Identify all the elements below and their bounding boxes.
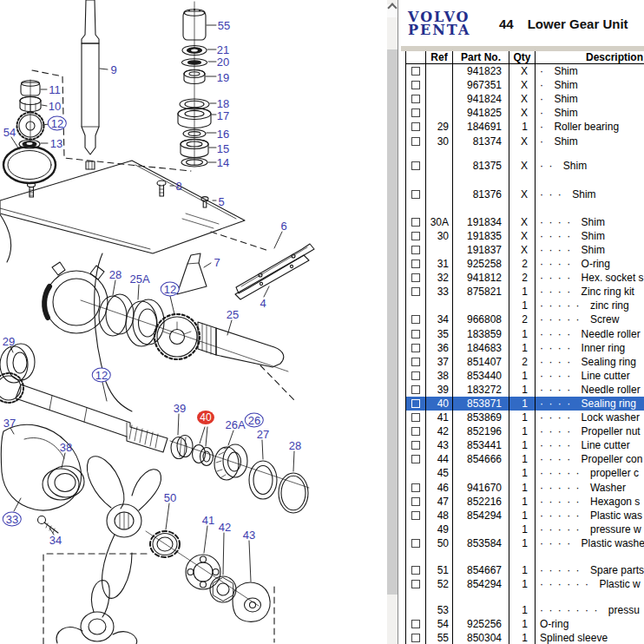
callout-19[interactable]: 19 [217,71,229,84]
table-row-selected[interactable]: 408538711····Sealing ring [406,397,644,411]
row-checkbox[interactable] [411,287,420,296]
callout-41[interactable]: 41 [202,514,214,527]
callout-55[interactable]: 55 [218,19,230,32]
callout-28[interactable]: 28 [109,268,122,281]
row-checkbox[interactable] [411,511,420,520]
row-checkbox[interactable] [411,455,420,463]
row-checkbox[interactable] [411,413,420,422]
callout-25[interactable]: 25 [227,308,239,321]
vertical-scrollbar[interactable] [387,0,398,644]
callout-43[interactable]: 43 [243,529,255,542]
table-row[interactable]: 469416701·····Washer [406,481,644,495]
callout-14[interactable]: 14 [217,156,229,169]
callout-33[interactable]: 33 [3,512,22,527]
table-row[interactable]: 941823X·Shim [406,64,644,78]
table-row[interactable]: 391832721····Needle roller [406,383,644,397]
row-checkbox[interactable] [411,273,420,282]
callout-38[interactable]: 38 [60,441,72,454]
callout-10[interactable]: 10 [49,100,61,113]
callout-28[interactable]: 28 [289,439,301,452]
table-row[interactable]: 508535841····Plastic washe [406,536,644,550]
table-row[interactable]: 518546671·····Spare parts [406,563,644,577]
table-row[interactable]: 478522161·····Hexagon s [406,495,644,509]
table-row[interactable]: 438534411····Line cutter [406,438,644,452]
table-row[interactable]: 549252561O-ring [406,617,644,631]
table-row[interactable]: 491·····pressure w [406,522,644,536]
table-row[interactable]: 81376X···Shim [406,187,644,201]
row-checkbox[interactable] [411,67,420,76]
callout-21[interactable]: 21 [217,43,229,56]
table-row[interactable]: 349668082·····Screw [406,312,644,326]
table-row[interactable]: 81375X··Shim [406,159,644,173]
table-row[interactable]: 388534401····Line cutter [406,369,644,383]
callout-12[interactable]: 12 [161,282,180,297]
table-row[interactable]: 191837X····Shim [406,243,644,257]
callout-7[interactable]: 7 [214,256,220,269]
callout-50[interactable]: 50 [164,491,176,504]
scrollbar-thumb[interactable] [387,49,398,595]
table-row[interactable]: 351838591····Needle roller [406,327,644,341]
row-checkbox[interactable] [411,190,420,199]
callout-20[interactable]: 20 [217,56,229,69]
callout-42[interactable]: 42 [219,521,231,534]
row-checkbox[interactable] [411,344,420,352]
callout-26[interactable]: 26 [245,413,264,428]
callout-12[interactable]: 12 [48,116,67,131]
row-checkbox[interactable] [411,371,420,380]
callout-26A[interactable]: 26A [225,418,245,431]
callout-39[interactable]: 39 [174,402,186,415]
callout-16[interactable]: 16 [217,128,229,141]
row-checkbox[interactable] [411,218,420,227]
callout-8[interactable]: 8 [175,180,181,193]
row-checkbox[interactable] [411,246,420,254]
row-checkbox[interactable] [411,330,420,338]
table-row[interactable]: 338758211····Zinc ring kit [406,285,644,299]
callout-29[interactable]: 29 [3,335,15,348]
table-row[interactable]: 941824X·Shim [406,92,644,106]
row-checkbox[interactable] [411,260,420,268]
table-row[interactable]: 319252582····O-ring [406,257,644,271]
callout-6[interactable]: 6 [280,220,286,233]
table-row[interactable]: 30191835X····Shim [406,229,644,243]
table-row[interactable]: 291846911·Roller bearing [406,120,644,134]
scroll-up-button[interactable] [387,4,398,17]
row-checkbox[interactable] [411,620,420,628]
callout-18[interactable]: 18 [217,97,229,110]
row-checkbox[interactable] [411,566,420,575]
row-checkbox[interactable] [411,427,420,436]
row-checkbox[interactable] [411,232,420,240]
callout-27[interactable]: 27 [257,428,269,441]
table-row[interactable]: 558503041Splined sleeve [406,631,644,644]
row-checkbox[interactable] [411,137,420,146]
table-row[interactable]: 361846831····Inner ring [406,341,644,355]
row-checkbox[interactable] [411,539,420,548]
callout-13[interactable]: 13 [50,137,62,150]
table-row[interactable]: 418538691····Lock washer [406,411,644,424]
callout-54[interactable]: 54 [3,126,16,139]
row-checkbox[interactable] [411,634,420,642]
row-checkbox[interactable] [411,122,420,131]
table-row[interactable]: 528542941······Plastic w [406,577,644,591]
table-row[interactable]: 3081374X·Shim [406,134,644,148]
table-row[interactable]: 451·····propeller c [406,466,644,480]
table-row[interactable]: 488542941·····Plastic was [406,509,644,522]
callout-11[interactable]: 11 [49,83,61,96]
table-row[interactable]: 329418122····Hex. socket s [406,271,644,285]
callout-40[interactable]: 40 [197,411,214,424]
table-row[interactable]: 428521961····Propeller nut [406,424,644,438]
row-checkbox[interactable] [411,385,420,394]
table-row[interactable]: 448546661····Propeller con [406,452,644,466]
row-checkbox[interactable] [411,399,420,408]
callout-34[interactable]: 34 [49,534,62,547]
table-row[interactable]: 941825X·Shim [406,106,644,120]
row-checkbox[interactable] [411,95,420,103]
table-row[interactable]: 30A191834X····Shim [406,215,644,229]
callout-12[interactable]: 12 [92,368,111,383]
row-checkbox[interactable] [411,161,420,170]
row-checkbox[interactable] [411,81,420,89]
callout-17[interactable]: 17 [217,109,229,122]
table-row[interactable]: 1·····zinc ring [406,299,644,312]
row-checkbox[interactable] [411,358,420,366]
row-checkbox[interactable] [411,580,420,588]
callout-25A[interactable]: 25A [129,273,149,286]
